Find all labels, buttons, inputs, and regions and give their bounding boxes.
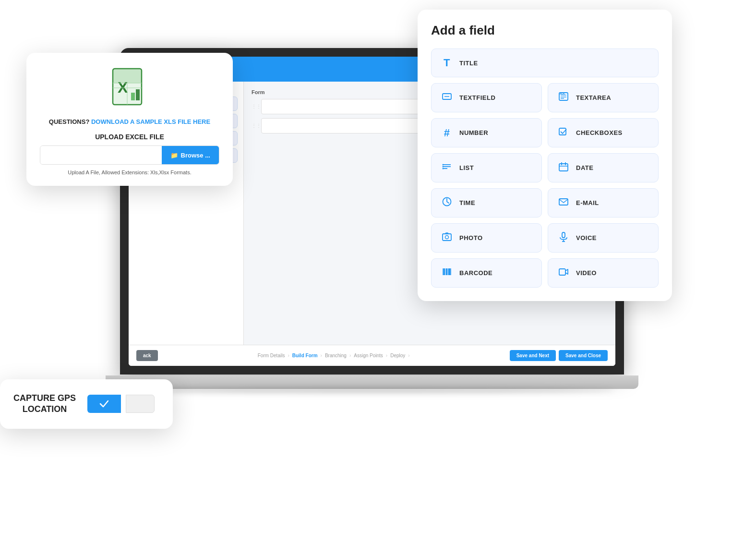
af-label-checkboxes: CHECKBOXES (576, 129, 623, 136)
video-icon-af (557, 266, 570, 279)
save-and-next-button[interactable]: Save and Next (510, 350, 556, 361)
svg-rect-38 (136, 89, 140, 100)
excel-upload-label: UPLOAD EXCEL FILE (40, 133, 219, 141)
title-icon: T (440, 57, 454, 69)
nav-step-form-details: Form Details (258, 353, 285, 358)
af-label-voice: VOICE (576, 234, 597, 242)
folder-icon: 📁 (170, 152, 178, 159)
af-label-time: TIME (459, 199, 475, 206)
af-label-barcode: BARCODE (459, 269, 492, 277)
gps-toggle-on[interactable] (87, 395, 121, 413)
svg-text:X: X (118, 79, 128, 96)
af-btn-title[interactable]: T TITLE (431, 48, 659, 77)
nav-step-branching: Branching (325, 353, 347, 358)
date-icon-af (557, 161, 570, 174)
af-btn-textarea[interactable]: Aa TEXTAREA (548, 83, 659, 112)
svg-rect-14 (559, 164, 568, 171)
af-label-title: TITLE (459, 60, 478, 67)
gps-capture-card: CAPTURE GPSLOCATION (0, 379, 173, 429)
af-btn-time[interactable]: TIME (431, 188, 542, 218)
barcode-icon-af (440, 266, 454, 279)
save-and-close-button[interactable]: Save and Close (559, 350, 608, 361)
excel-browse-button[interactable]: 📁 Browse ... (162, 146, 219, 164)
af-label-number: NUMBER (459, 129, 488, 136)
svg-point-13 (443, 168, 444, 169)
af-btn-voice[interactable]: VOICE (548, 223, 659, 253)
svg-point-21 (445, 236, 449, 239)
excel-download-link[interactable]: DOWNLOAD A SAMPLE XLS FILE HERE (91, 118, 210, 125)
af-label-email: E-MAIL (576, 199, 599, 206)
voice-icon-af (557, 231, 570, 244)
excel-hint-text: Upload A File, Allowed Extensions: Xls,X… (40, 169, 219, 175)
excel-upload-card: X QUESTIONS? DOWNLOAD A SAMPLE XLS FILE … (26, 53, 233, 186)
photo-icon-af (440, 231, 454, 244)
svg-rect-37 (131, 93, 135, 100)
add-field-panel: Add a field T TITLE TEXTFIELD Aa TEXTARE… (418, 10, 672, 301)
svg-point-11 (443, 164, 444, 166)
af-btn-number[interactable]: # NUMBER (431, 118, 542, 147)
svg-point-12 (443, 166, 444, 168)
svg-rect-19 (559, 199, 568, 205)
excel-file-input[interactable] (40, 146, 162, 164)
excel-input-row: 📁 Browse ... (40, 145, 219, 165)
af-btn-video[interactable]: VIDEO (548, 258, 659, 288)
nav-step-assign-points: Assign Points (354, 353, 383, 358)
af-label-textarea: TEXTAREA (576, 94, 611, 101)
nav-step-deploy: Deploy (390, 353, 405, 358)
af-label-textfield: TEXTFIELD (459, 94, 495, 101)
gps-title: CAPTURE GPSLOCATION (13, 393, 76, 415)
af-btn-email[interactable]: E-MAIL (548, 188, 659, 218)
checkboxes-icon (557, 126, 570, 139)
af-btn-barcode[interactable]: BARCODE (431, 258, 542, 288)
bottom-nav: ack Form Details › Build Form › Branchin… (129, 345, 615, 366)
svg-rect-20 (443, 234, 451, 241)
svg-rect-32 (559, 269, 565, 275)
time-icon-af (440, 196, 454, 209)
email-icon-af (557, 196, 570, 209)
af-label-video: VIDEO (576, 269, 597, 277)
excel-icon-wrap: X (40, 66, 219, 111)
list-icon-af (440, 161, 454, 174)
af-label-date: DATE (576, 164, 593, 171)
af-btn-photo[interactable]: PHOTO (431, 223, 542, 253)
af-btn-list[interactable]: LIST (431, 153, 542, 182)
textarea-icon: Aa (557, 91, 570, 104)
excel-question-text: QUESTIONS? DOWNLOAD A SAMPLE XLS FILE HE… (40, 118, 219, 125)
drag-handle: ⋮⋮ (252, 104, 257, 109)
back-button[interactable]: ack (136, 350, 158, 361)
number-icon: # (440, 127, 454, 139)
drag-handle: ⋮⋮ (252, 123, 257, 129)
gps-toggle-off[interactable] (126, 395, 155, 413)
svg-rect-22 (562, 232, 565, 238)
af-btn-date[interactable]: DATE (548, 153, 659, 182)
textfield-icon (440, 91, 454, 104)
af-label-list: LIST (459, 164, 474, 171)
laptop-base-shadow (130, 388, 614, 393)
laptop-base (106, 375, 638, 389)
gps-toggle-wrap[interactable] (87, 395, 155, 413)
af-btn-checkboxes[interactable]: CHECKBOXES (548, 118, 659, 147)
add-field-title: Add a field (431, 23, 659, 38)
af-label-photo: PHOTO (459, 234, 483, 242)
nav-step-build-form: Build Form (292, 353, 318, 358)
add-field-grid: T TITLE TEXTFIELD Aa TEXTAREA # NUMBER (431, 48, 659, 288)
svg-text:Aa: Aa (560, 92, 565, 95)
excel-icon: X (108, 66, 151, 109)
af-btn-textfield[interactable]: TEXTFIELD (431, 83, 542, 112)
